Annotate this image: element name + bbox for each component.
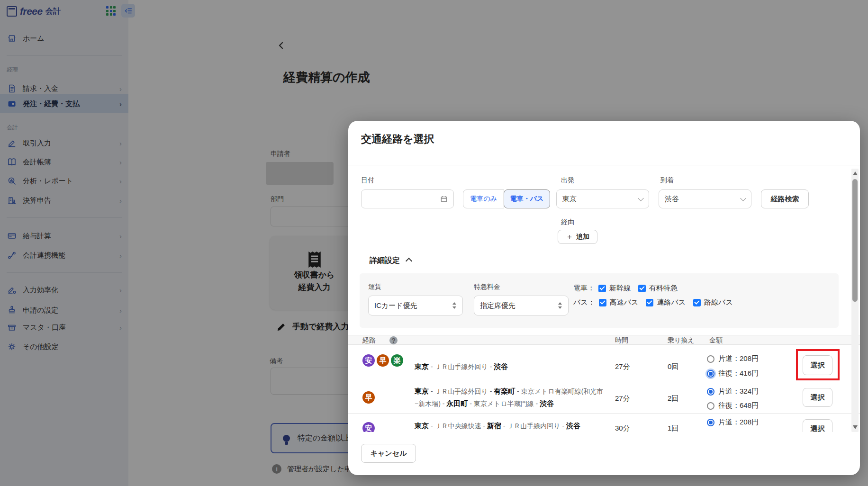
- mode-train-bus-label: 電車・バス: [510, 195, 544, 203]
- modal-scrollbar[interactable]: [851, 169, 859, 432]
- route-transfers: 1回: [668, 424, 678, 432]
- date-input[interactable]: [361, 189, 454, 208]
- add-via-button[interactable]: ＋ 追加: [558, 230, 597, 244]
- radio-unselected-icon: [707, 402, 714, 410]
- badge-cheap: 安: [362, 422, 375, 432]
- route-row-1: 安 早 楽 東京 - ＪＲ山手線外回り - 渋谷 27分 0回 片道：208円 …: [348, 344, 860, 382]
- transfer-header: 乗り換え: [668, 336, 695, 345]
- checkbox-highway-bus[interactable]: 高速バス: [599, 298, 639, 307]
- route-station: 新宿: [487, 422, 501, 430]
- badge-fast: 早: [377, 354, 389, 367]
- route-time: 30分: [615, 424, 630, 432]
- help-icon[interactable]: ?: [389, 336, 398, 344]
- time-header: 時間: [615, 336, 628, 345]
- fare-option-oneway[interactable]: 片道：208円: [707, 418, 759, 427]
- route-station: 東京: [415, 362, 429, 370]
- cancel-button[interactable]: キャンセル: [361, 444, 416, 463]
- select-label: 選択: [811, 361, 825, 370]
- checkbox-shinkansen[interactable]: 新幹線: [598, 284, 631, 293]
- plus-icon: ＋: [566, 232, 573, 242]
- route-transfers: 2回: [668, 394, 678, 403]
- fare-option-oneway[interactable]: 片道：208円: [707, 354, 759, 363]
- route-row-2: 早 東京 - ＪＲ山手線外回り - 有楽町 - 東京メトロ有楽町線(和光市−新木…: [348, 382, 860, 414]
- via-label: 経由: [561, 218, 574, 226]
- bus-prefix-label: バス：: [573, 298, 595, 307]
- select-route-button[interactable]: 選択: [803, 355, 832, 375]
- route-time: 27分: [615, 362, 630, 371]
- radio-selected-icon: [707, 388, 714, 396]
- checkbox-connecting-bus[interactable]: 連絡バス: [646, 298, 686, 307]
- departure-value: 東京: [562, 195, 639, 204]
- departure-select[interactable]: 東京: [556, 189, 649, 208]
- route-select-modal: 交通経路を選択 日付 電車のみ 電車・バス 出発 東京 到着: [348, 121, 860, 475]
- chevron-up-icon: [406, 258, 412, 264]
- fare-option-round[interactable]: 往復：648円: [707, 401, 759, 410]
- fare-select[interactable]: ICカード優先: [368, 296, 463, 315]
- fare-label: 往復：648円: [718, 401, 759, 410]
- checkbox-paid-express[interactable]: 有料特急: [638, 284, 678, 293]
- select-route-button[interactable]: 選択: [803, 388, 832, 407]
- train-prefix-label: 電車：: [573, 284, 595, 293]
- route-station: 東京: [415, 422, 429, 430]
- route-description: 東京 - ＪＲ山手線外回り - 有楽町 - 東京メトロ有楽町線(和光市−新木場)…: [415, 385, 604, 410]
- radio-selected-icon: [707, 370, 714, 378]
- scroll-up-arrow-icon[interactable]: [853, 171, 858, 175]
- checkbox-checked-icon: [598, 285, 606, 292]
- fare-label: 片道：208円: [718, 354, 759, 363]
- select-route-button[interactable]: 選択: [803, 419, 832, 432]
- route-line: - ＪＲ山手線外回り -: [429, 387, 494, 395]
- fare-option-round[interactable]: 往復：416円: [707, 369, 759, 378]
- checkbox-label: 連絡バス: [657, 298, 686, 307]
- route-badges: 早: [362, 391, 375, 404]
- detail-settings-toggle[interactable]: 詳細設定: [370, 256, 411, 266]
- checkbox-checked-icon: [599, 299, 606, 306]
- scrollbar-thumb[interactable]: [852, 179, 858, 302]
- checkbox-label: 有料特急: [649, 284, 678, 293]
- fare-label: 片道：324円: [718, 387, 759, 396]
- select-label: 選択: [811, 393, 825, 402]
- route-badges: 安 早 楽: [362, 354, 403, 367]
- checkbox-label: 新幹線: [609, 284, 631, 293]
- scroll-down-arrow-icon[interactable]: [853, 425, 858, 429]
- arrival-value: 渋谷: [665, 195, 741, 204]
- route-line: - 東京メトロ半蔵門線 -: [468, 400, 540, 407]
- arrival-select[interactable]: 渋谷: [659, 189, 751, 208]
- route-search-label: 経路検索: [771, 195, 799, 204]
- express-fare-select[interactable]: 指定席優先: [474, 296, 569, 315]
- route-station: 渋谷: [540, 399, 554, 407]
- checkbox-checked-icon: [638, 285, 646, 292]
- bus-options-row: バス： 高速バス 連絡バス 路線バス: [573, 298, 737, 307]
- route-description: 東京 - ＪＲ山手線外回り - 渋谷: [415, 360, 604, 373]
- mode-train-only-label: 電車のみ: [470, 195, 497, 203]
- route-badges: 安: [362, 422, 375, 432]
- checkbox-local-bus[interactable]: 路線バス: [693, 298, 733, 307]
- route-table-header: 経路 ? 時間 乗り換え 金額: [348, 335, 860, 345]
- route-station: 永田町: [446, 399, 468, 407]
- route-search-button[interactable]: 経路検索: [761, 189, 809, 208]
- express-fare-label: 特急料金: [474, 283, 500, 291]
- detail-settings-label: 詳細設定: [370, 256, 400, 264]
- route-transfers: 0回: [668, 362, 678, 371]
- modal-scroll-area: 日付 電車のみ 電車・バス 出発 東京 到着 渋谷: [348, 165, 860, 432]
- add-via-label: 追加: [576, 233, 589, 241]
- departure-label: 出発: [561, 176, 574, 185]
- amount-header: 金額: [709, 336, 723, 345]
- calendar-icon: [440, 195, 448, 203]
- arrival-label: 到着: [660, 176, 674, 185]
- radio-unselected-icon: [707, 355, 714, 363]
- route-station: 渋谷: [566, 422, 580, 430]
- route-station: 有楽町: [494, 387, 515, 395]
- badge-cheap: 安: [362, 354, 375, 367]
- fare-option-oneway[interactable]: 片道：324円: [707, 387, 759, 396]
- checkbox-label: 路線バス: [704, 298, 733, 307]
- modal-title: 交通経路を選択: [361, 132, 434, 146]
- mode-train-only-button[interactable]: 電車のみ: [463, 189, 504, 208]
- detail-settings-panel: 運賃 ICカード優先 特急料金 指定席優先 電車： 新幹線: [360, 273, 839, 328]
- select-label: 選択: [811, 424, 825, 432]
- train-options-row: 電車： 新幹線 有料特急: [573, 284, 681, 293]
- route-time: 27分: [615, 394, 630, 403]
- fare-label: 片道：208円: [718, 418, 759, 427]
- route-station: 東京: [415, 387, 429, 395]
- mode-train-bus-button[interactable]: 電車・バス: [504, 189, 550, 208]
- route-line: - ＪＲ中央線快速 -: [429, 422, 487, 430]
